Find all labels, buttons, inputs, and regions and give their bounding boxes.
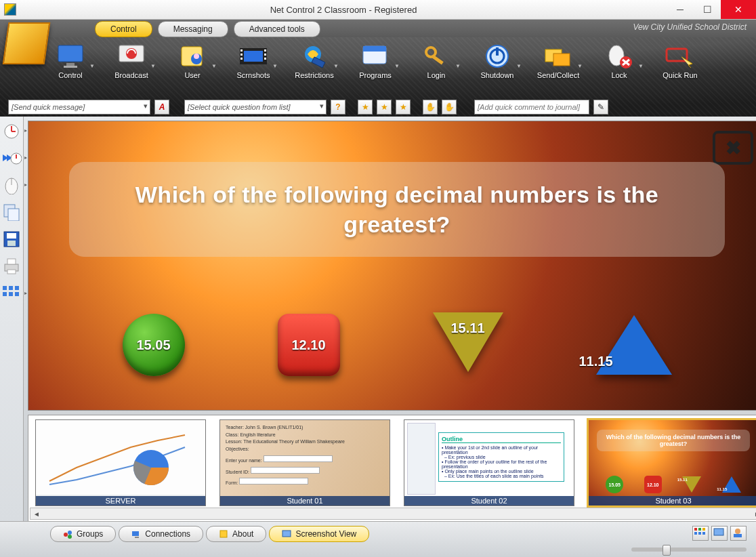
svg-rect-58 bbox=[702, 528, 705, 531]
answer-c-triangle-down[interactable]: 15.11 bbox=[433, 312, 503, 377]
svg-rect-60 bbox=[698, 532, 701, 535]
svg-rect-64 bbox=[734, 534, 742, 537]
send-message-icon[interactable]: A bbox=[154, 100, 169, 115]
window-close-button[interactable]: ✕ bbox=[721, 0, 756, 19]
broadcast-icon bbox=[117, 43, 146, 70]
main-tabs: Control Messaging Advanced tools Vew Cit… bbox=[0, 20, 756, 37]
svg-rect-2 bbox=[64, 66, 77, 68]
run-cursor-icon bbox=[665, 43, 695, 70]
journal-comment-input[interactable] bbox=[474, 100, 589, 115]
quick-message-combo[interactable]: [Send quick message] bbox=[8, 100, 150, 115]
tool-broadcast[interactable]: Broadcast▼ bbox=[110, 43, 153, 79]
tool-shutdown[interactable]: Shutdown▼ bbox=[476, 43, 519, 79]
hand-icon-1[interactable]: ✋ bbox=[423, 100, 438, 115]
slide-close-button[interactable]: ✖ bbox=[713, 131, 753, 165]
tool-quick-run[interactable]: Quick Run bbox=[658, 43, 702, 79]
answer-d-triangle-up[interactable]: 11.15 bbox=[596, 315, 672, 375]
thumb-label: Student 02 bbox=[404, 496, 574, 506]
svg-rect-52 bbox=[132, 531, 139, 536]
side-toolbar: ▸ ▸ ▸ ▸ bbox=[0, 117, 24, 522]
thumb-student-02[interactable]: Outline • Make your 1st or 2nd slide an … bbox=[404, 419, 574, 506]
svg-rect-62 bbox=[714, 529, 723, 535]
about-icon bbox=[219, 529, 228, 539]
view-mode-icon-1[interactable] bbox=[692, 526, 709, 541]
thumbnail-strip: SERVER Teacher: John S. Brown (ENLIT1/01… bbox=[28, 415, 756, 522]
organization-name: Vew City Unified School District bbox=[633, 22, 747, 32]
side-timer-icon[interactable]: ▸ bbox=[0, 121, 23, 141]
svg-rect-34 bbox=[8, 209, 19, 221]
svg-rect-9 bbox=[244, 51, 263, 62]
view-mode-icon-2[interactable] bbox=[711, 526, 728, 541]
svg-rect-25 bbox=[553, 54, 570, 66]
star-icon-1[interactable]: ★ bbox=[358, 100, 373, 115]
svg-rect-13 bbox=[264, 49, 266, 51]
svg-rect-20 bbox=[432, 55, 444, 64]
side-fast-timer-icon[interactable]: ▸ bbox=[0, 148, 23, 168]
view-mode-icon-3[interactable] bbox=[730, 526, 747, 541]
tool-programs[interactable]: Programs▼ bbox=[354, 43, 397, 79]
app-logo bbox=[3, 22, 51, 64]
tool-user[interactable]: User▼ bbox=[171, 43, 214, 79]
bottom-tab-screenshot-view[interactable]: Screenshot View bbox=[269, 526, 369, 542]
filmstrip-icon bbox=[238, 43, 268, 70]
answer-b-square[interactable]: 12.10 bbox=[278, 314, 340, 376]
hand-icon-2[interactable]: ✋ bbox=[442, 100, 457, 115]
tool-send-collect[interactable]: Send/Collect▼ bbox=[537, 43, 580, 79]
svg-point-49 bbox=[64, 533, 68, 537]
bottom-tab-connections[interactable]: Connections bbox=[119, 526, 203, 542]
thumb-student-03[interactable]: Which of the following decimal numbers i… bbox=[588, 419, 756, 506]
thumb-server[interactable]: SERVER bbox=[35, 419, 206, 506]
svg-rect-45 bbox=[9, 292, 13, 296]
side-copy-icon[interactable] bbox=[0, 202, 23, 222]
window-icon bbox=[360, 43, 390, 70]
app-icon bbox=[4, 3, 16, 16]
star-icon-2[interactable]: ★ bbox=[377, 100, 392, 115]
svg-rect-10 bbox=[240, 49, 243, 51]
svg-rect-39 bbox=[7, 259, 16, 264]
svg-point-51 bbox=[68, 535, 72, 539]
svg-rect-40 bbox=[7, 270, 16, 274]
thumb-label: SERVER bbox=[36, 496, 205, 506]
svg-rect-46 bbox=[15, 292, 19, 296]
tab-advanced-tools[interactable]: Advanced tools bbox=[234, 21, 320, 37]
side-grid-icon[interactable]: ▸ bbox=[0, 283, 23, 304]
svg-rect-1 bbox=[66, 63, 75, 66]
tab-control[interactable]: Control bbox=[95, 21, 152, 37]
svg-point-63 bbox=[735, 529, 740, 534]
star-icon-3[interactable]: ★ bbox=[396, 100, 411, 115]
answer-a-circle[interactable]: 15.05 bbox=[123, 314, 185, 376]
side-mouse-icon[interactable]: ▸ bbox=[0, 175, 23, 195]
question-icon[interactable]: ? bbox=[331, 100, 345, 115]
bottom-bar: Groups Connections About Screenshot View bbox=[0, 521, 756, 557]
svg-rect-59 bbox=[694, 532, 697, 535]
side-print-icon[interactable] bbox=[0, 256, 23, 276]
svg-rect-18 bbox=[363, 46, 386, 51]
tool-control[interactable]: Control▼ bbox=[49, 43, 92, 79]
tool-login[interactable]: Login▼ bbox=[415, 43, 458, 79]
question-text: Which of the following decimal numbers i… bbox=[69, 162, 725, 257]
thumb-student-01[interactable]: Teacher: John S. Brown (ENLIT1/01) Class… bbox=[219, 419, 390, 506]
svg-point-50 bbox=[68, 531, 72, 535]
svg-rect-54 bbox=[220, 531, 227, 537]
bottom-tab-about[interactable]: About bbox=[206, 526, 266, 542]
svg-rect-23 bbox=[496, 47, 499, 56]
tool-screenshots[interactable]: Scrnshots▼ bbox=[232, 43, 275, 79]
ribbon: Control▼ Broadcast▼ User▼ Scrnshots▼ Res… bbox=[0, 37, 756, 117]
tool-lock[interactable]: Lock▼ bbox=[597, 43, 641, 79]
window-minimize-button[interactable]: ─ bbox=[667, 0, 694, 19]
window-maximize-button[interactable]: ☐ bbox=[694, 0, 721, 19]
svg-rect-36 bbox=[7, 233, 16, 239]
svg-rect-15 bbox=[264, 58, 266, 60]
zoom-slider[interactable] bbox=[631, 548, 747, 552]
svg-rect-47 bbox=[36, 420, 205, 495]
svg-rect-11 bbox=[240, 54, 243, 56]
svg-point-7 bbox=[194, 54, 199, 59]
bottom-tab-groups[interactable]: Groups bbox=[50, 526, 116, 542]
pen-icon[interactable]: ✎ bbox=[593, 100, 608, 115]
tab-messaging[interactable]: Messaging bbox=[158, 21, 228, 37]
thumbnail-scrollbar[interactable]: ◄► bbox=[30, 508, 756, 520]
answer-row: 15.05 12.10 15.11 11.15 bbox=[76, 312, 718, 377]
side-save-icon[interactable] bbox=[0, 229, 23, 249]
tool-restrictions[interactable]: Restrictions▼ bbox=[293, 43, 336, 79]
quick-question-combo[interactable]: [Select quick question from list] bbox=[184, 100, 327, 115]
